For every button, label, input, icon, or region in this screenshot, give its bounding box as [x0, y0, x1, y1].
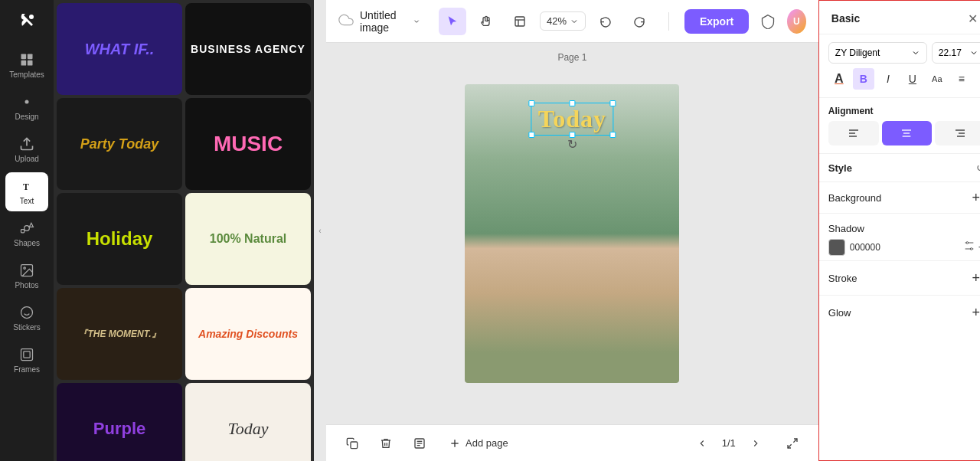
panel-collapse-handle[interactable]: ‹: [314, 0, 326, 461]
panel-close-btn[interactable]: ✕: [964, 9, 980, 28]
handle-tm[interactable]: [569, 100, 575, 106]
stroke-add-btn[interactable]: +: [967, 269, 980, 287]
shadow-controls-row: 000000 −: [828, 234, 980, 260]
template-card-moment[interactable]: 『THE MOMENT.』: [57, 288, 182, 380]
add-page-label: Add page: [466, 437, 508, 449]
alignment-section: Alignment: [819, 98, 980, 154]
nav-item-frames[interactable]: Frames: [5, 341, 48, 380]
delete-page-btn[interactable]: [372, 430, 400, 457]
zoom-dropdown-icon: [570, 17, 579, 26]
italic-btn[interactable]: I: [877, 68, 899, 90]
nav-item-shapes[interactable]: Shapes: [5, 214, 48, 253]
duplicate-page-btn[interactable]: [338, 430, 366, 457]
panel-title: Basic: [831, 12, 860, 25]
align-center-btn[interactable]: [882, 121, 933, 145]
svg-rect-27: [351, 442, 358, 449]
topbar-tools: 42%: [439, 8, 653, 35]
canvas-main[interactable]: Page 1 Today ↻: [326, 43, 818, 424]
template-card-holiday[interactable]: Holiday: [57, 193, 182, 285]
template-card-music[interactable]: MUSIC: [185, 98, 311, 190]
user-avatar[interactable]: U: [787, 9, 806, 34]
nav-item-design[interactable]: Design: [5, 88, 48, 127]
undo-btn[interactable]: [592, 8, 619, 35]
shadow-color-swatch[interactable]: [828, 239, 845, 256]
style-reset-btn[interactable]: ↺: [976, 162, 980, 174]
template-card-today2[interactable]: Today: [185, 383, 311, 461]
glow-add-btn[interactable]: +: [967, 303, 980, 322]
bold-btn[interactable]: B: [853, 68, 874, 90]
nav-label-frames: Frames: [14, 365, 40, 374]
right-properties-panel: Basic ✕ ZY Diligent 22.17 A B I U Aa ≡ A…: [818, 0, 980, 461]
redo-btn[interactable]: [626, 8, 653, 35]
add-page-button[interactable]: Add page: [443, 434, 514, 453]
handle-tl[interactable]: [529, 100, 535, 106]
page-indicator: 1/1: [722, 437, 736, 449]
underline-btn[interactable]: U: [902, 68, 923, 90]
handle-br[interactable]: [609, 132, 616, 138]
canvas-text-element[interactable]: Today: [538, 105, 606, 132]
svg-rect-16: [21, 349, 33, 361]
svg-rect-4: [28, 60, 33, 66]
list-btn[interactable]: ≡: [951, 68, 972, 90]
app-logo[interactable]: [13, 8, 41, 35]
card-text-whats: WHAT IF..: [85, 41, 155, 58]
notes-page-btn[interactable]: [406, 430, 433, 457]
card-text-today2: Today: [228, 419, 269, 439]
rotate-handle[interactable]: ↻: [566, 138, 578, 150]
nav-item-photos[interactable]: Photos: [5, 257, 48, 296]
template-card-business[interactable]: BUSINESS AGENCY: [185, 3, 311, 95]
document-title-group[interactable]: Untitled image: [360, 9, 420, 34]
canvas-image-container[interactable]: Today ↻: [465, 84, 679, 383]
nav-label-upload: Upload: [15, 155, 39, 163]
next-page-btn[interactable]: [742, 430, 769, 457]
fullscreen-btn[interactable]: [779, 430, 806, 457]
card-text-party: Party Today: [80, 136, 158, 152]
align-right-btn[interactable]: [935, 121, 980, 145]
handle-tr[interactable]: [609, 100, 616, 106]
left-sidebar: Templates Design Upload T Text Shapes Ph…: [0, 0, 54, 461]
case-btn[interactable]: Aa: [926, 68, 948, 90]
font-family-select[interactable]: ZY Diligent: [828, 42, 927, 64]
nav-item-stickers[interactable]: Stickers: [5, 299, 48, 338]
card-text-discounts: Amazing Discounts: [198, 328, 298, 340]
format-row: A B I U Aa ≡: [828, 68, 980, 90]
template-card-natural[interactable]: 100% Natural: [185, 193, 311, 285]
template-card-purple[interactable]: Purple: [57, 383, 182, 461]
svg-rect-3: [21, 60, 27, 66]
background-add-btn[interactable]: +: [967, 188, 980, 207]
export-button[interactable]: Export: [684, 9, 749, 34]
font-size-label: 22.17: [939, 47, 962, 58]
template-card-party[interactable]: Party Today: [57, 98, 182, 190]
text-color-btn[interactable]: A: [828, 68, 850, 90]
shield-icon[interactable]: [758, 9, 777, 34]
handle-bl[interactable]: [529, 132, 535, 138]
template-card-discounts[interactable]: Amazing Discounts: [185, 288, 311, 380]
card-text-moment: 『THE MOMENT.』: [78, 328, 160, 341]
nav-item-templates[interactable]: Templates: [5, 46, 48, 85]
font-name-label: ZY Diligent: [835, 47, 880, 58]
shadow-settings-btn[interactable]: [963, 240, 975, 255]
zoom-control[interactable]: 42%: [540, 11, 586, 31]
page-navigation: 1/1: [688, 430, 769, 457]
template-card-whats[interactable]: WHAT IF..: [57, 3, 182, 95]
background-label: Background: [828, 192, 881, 204]
svg-rect-2: [28, 54, 33, 60]
template-grid: WHAT IF.. BUSINESS AGENCY Party Today MU…: [54, 0, 314, 461]
page-label: Page 1: [557, 52, 586, 63]
title-dropdown-icon: [413, 16, 420, 27]
text-selection-box[interactable]: Today ↻: [531, 103, 613, 136]
nav-item-upload[interactable]: Upload: [5, 130, 48, 169]
hand-tool-btn[interactable]: [472, 8, 500, 35]
select-tool-btn[interactable]: [439, 8, 466, 35]
align-left-btn[interactable]: [828, 121, 879, 145]
glow-row: Glow +: [819, 296, 980, 329]
nav-item-text[interactable]: T Text: [5, 172, 48, 211]
card-text-holiday: Holiday: [87, 228, 153, 250]
prev-page-btn[interactable]: [688, 430, 716, 457]
card-text-music: MUSIC: [214, 132, 283, 156]
font-size-select[interactable]: 22.17: [932, 42, 980, 64]
panel-header: Basic ✕: [819, 0, 980, 34]
canvas-area: Untitled image 42%: [326, 0, 818, 461]
layout-tool-btn[interactable]: [506, 8, 534, 35]
font-row: ZY Diligent 22.17: [828, 42, 980, 64]
